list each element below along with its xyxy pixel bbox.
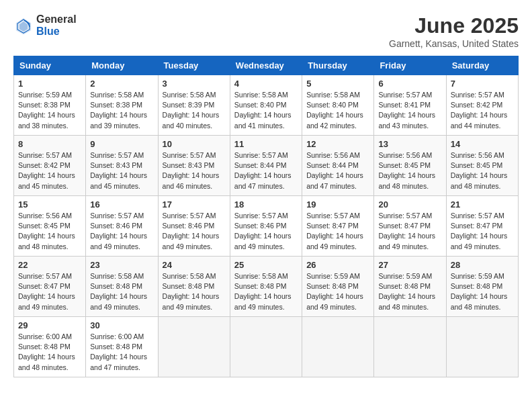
calendar-day-21: 21Sunrise: 5:57 AM Sunset: 8:47 PM Dayli… xyxy=(446,196,518,257)
col-wednesday: Wednesday xyxy=(230,56,302,75)
col-saturday: Saturday xyxy=(446,56,518,75)
calendar-day-9: 9Sunrise: 5:57 AM Sunset: 8:43 PM Daylig… xyxy=(86,136,158,196)
calendar-day-11: 11Sunrise: 5:57 AM Sunset: 8:44 PM Dayli… xyxy=(230,136,302,196)
calendar-day-25: 25Sunrise: 5:58 AM Sunset: 8:48 PM Dayli… xyxy=(230,257,302,317)
location-subtitle: Garnett, Kansas, United States xyxy=(389,38,519,49)
calendar-week-4: 22Sunrise: 5:57 AM Sunset: 8:47 PM Dayli… xyxy=(14,257,519,317)
calendar-week-5: 29Sunrise: 6:00 AM Sunset: 8:48 PM Dayli… xyxy=(14,317,519,377)
calendar-day-empty xyxy=(374,317,446,377)
calendar-day-26: 26Sunrise: 5:59 AM Sunset: 8:48 PM Dayli… xyxy=(302,257,374,317)
calendar-table: Sunday Monday Tuesday Wednesday Thursday… xyxy=(13,56,519,377)
calendar-day-22: 22Sunrise: 5:57 AM Sunset: 8:47 PM Dayli… xyxy=(14,257,86,317)
calendar-day-empty xyxy=(230,317,302,377)
calendar-day-23: 23Sunrise: 5:58 AM Sunset: 8:48 PM Dayli… xyxy=(86,257,158,317)
logo: General Blue xyxy=(13,13,77,38)
calendar-header-row: Sunday Monday Tuesday Wednesday Thursday… xyxy=(14,56,519,75)
calendar-week-3: 15Sunrise: 5:56 AM Sunset: 8:45 PM Dayli… xyxy=(14,196,519,257)
calendar-day-6: 6Sunrise: 5:57 AM Sunset: 8:41 PM Daylig… xyxy=(374,75,446,136)
calendar-day-empty xyxy=(158,317,230,377)
col-tuesday: Tuesday xyxy=(158,56,230,75)
calendar-day-10: 10Sunrise: 5:57 AM Sunset: 8:43 PM Dayli… xyxy=(158,136,230,196)
calendar-day-5: 5Sunrise: 5:58 AM Sunset: 8:40 PM Daylig… xyxy=(302,75,374,136)
calendar-day-16: 16Sunrise: 5:57 AM Sunset: 8:46 PM Dayli… xyxy=(86,196,158,257)
calendar-day-19: 19Sunrise: 5:57 AM Sunset: 8:47 PM Dayli… xyxy=(302,196,374,257)
calendar-week-1: 1Sunrise: 5:59 AM Sunset: 8:38 PM Daylig… xyxy=(14,75,519,136)
col-friday: Friday xyxy=(374,56,446,75)
col-thursday: Thursday xyxy=(302,56,374,75)
calendar-day-14: 14Sunrise: 5:56 AM Sunset: 8:45 PM Dayli… xyxy=(446,136,518,196)
page-header: General Blue June 2025 Garnett, Kansas, … xyxy=(13,13,519,49)
calendar-day-13: 13Sunrise: 5:56 AM Sunset: 8:45 PM Dayli… xyxy=(374,136,446,196)
calendar-day-4: 4Sunrise: 5:58 AM Sunset: 8:40 PM Daylig… xyxy=(230,75,302,136)
calendar-day-17: 17Sunrise: 5:57 AM Sunset: 8:46 PM Dayli… xyxy=(158,196,230,257)
calendar-day-28: 28Sunrise: 5:59 AM Sunset: 8:48 PM Dayli… xyxy=(446,257,518,317)
calendar-day-empty xyxy=(302,317,374,377)
calendar-day-7: 7Sunrise: 5:57 AM Sunset: 8:42 PM Daylig… xyxy=(446,75,518,136)
calendar-day-20: 20Sunrise: 5:57 AM Sunset: 8:47 PM Dayli… xyxy=(374,196,446,257)
col-monday: Monday xyxy=(86,56,158,75)
col-sunday: Sunday xyxy=(14,56,86,75)
calendar-day-15: 15Sunrise: 5:56 AM Sunset: 8:45 PM Dayli… xyxy=(14,196,86,257)
month-year-title: June 2025 xyxy=(389,13,519,38)
calendar-day-12: 12Sunrise: 5:56 AM Sunset: 8:44 PM Dayli… xyxy=(302,136,374,196)
calendar-day-1: 1Sunrise: 5:59 AM Sunset: 8:38 PM Daylig… xyxy=(14,75,86,136)
logo-icon xyxy=(13,15,34,36)
logo-general: General xyxy=(36,13,77,25)
calendar-day-empty xyxy=(446,317,518,377)
calendar-day-8: 8Sunrise: 5:57 AM Sunset: 8:42 PM Daylig… xyxy=(14,136,86,196)
calendar-day-27: 27Sunrise: 5:59 AM Sunset: 8:48 PM Dayli… xyxy=(374,257,446,317)
calendar-day-24: 24Sunrise: 5:58 AM Sunset: 8:48 PM Dayli… xyxy=(158,257,230,317)
logo-text: General Blue xyxy=(36,13,77,38)
title-area: June 2025 Garnett, Kansas, United States xyxy=(389,13,519,49)
calendar-week-2: 8Sunrise: 5:57 AM Sunset: 8:42 PM Daylig… xyxy=(14,136,519,196)
calendar-day-18: 18Sunrise: 5:57 AM Sunset: 8:46 PM Dayli… xyxy=(230,196,302,257)
calendar-day-2: 2Sunrise: 5:58 AM Sunset: 8:38 PM Daylig… xyxy=(86,75,158,136)
calendar-day-29: 29Sunrise: 6:00 AM Sunset: 8:48 PM Dayli… xyxy=(14,317,86,377)
calendar-day-30: 30Sunrise: 6:00 AM Sunset: 8:48 PM Dayli… xyxy=(86,317,158,377)
logo-blue: Blue xyxy=(36,26,60,37)
calendar-day-3: 3Sunrise: 5:58 AM Sunset: 8:39 PM Daylig… xyxy=(158,75,230,136)
